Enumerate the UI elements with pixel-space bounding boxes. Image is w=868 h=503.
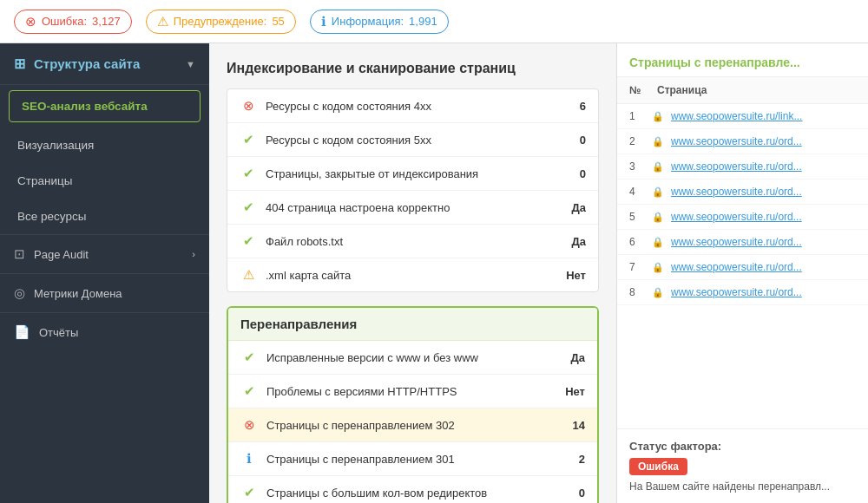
lock-icon-3: 🔒 — [652, 186, 664, 198]
section-title: Индексирование и сканирование страниц — [227, 61, 599, 76]
rp-url-1[interactable]: www.seopowersuite.ru/ord... — [671, 135, 856, 147]
rp-row-1[interactable]: 2 🔒 www.seopowersuite.ru/ord... — [617, 129, 868, 154]
redirect-label-0: Исправленные версии с www и без www — [266, 351, 562, 364]
lock-icon-7: 🔒 — [652, 287, 664, 298]
redirect-row-1: ✔ Проблемы с версиями HTTP/HTTPS Нет — [228, 375, 597, 408]
sidebar-section-domain-metrics[interactable]: ◎ Метрики Домена — [0, 273, 209, 312]
rp-url-4[interactable]: www.seopowersuite.ru/ord... — [671, 211, 856, 223]
audit-row-3: ✔ 404 страница настроена корректно Да — [227, 191, 598, 225]
rp-num-3: 4 — [629, 186, 645, 198]
rp-row-2[interactable]: 3 🔒 www.seopowersuite.ru/ord... — [617, 154, 868, 180]
redirect-row-0: ✔ Исправленные версии с www и без www Да — [228, 341, 597, 375]
ok-circle-icon-4: ✔ — [240, 233, 257, 249]
info-icon: ℹ — [321, 14, 326, 29]
audit-value-1: 0 — [580, 134, 586, 147]
redirects-title: Перенаправления — [228, 308, 597, 341]
rp-row-0[interactable]: 1 🔒 www.seopowersuite.ru/link... — [617, 104, 868, 129]
audit-label-2: Страницы, закрытые от индексирования — [266, 167, 571, 180]
error-badge: ⊗ Ошибка: 3,127 — [14, 10, 132, 34]
sidebar-allres-label: Все ресурсы — [17, 210, 86, 223]
rp-row-5[interactable]: 6 🔒 www.seopowersuite.ru/ord... — [617, 230, 868, 255]
chevron-right-icon: › — [192, 249, 195, 259]
rp-num-4: 5 — [629, 211, 645, 223]
sidebar-page-audit-label: Page Audit — [34, 248, 89, 261]
redirect-label-1: Проблемы с версиями HTTP/HTTPS — [266, 385, 556, 398]
right-panel-title: Страницы с перенаправле... — [617, 43, 868, 77]
audit-row-4: ✔ Файл robots.txt Да — [227, 225, 598, 258]
ok-icon-r0: ✔ — [240, 349, 258, 365]
redirect-value-2: 14 — [573, 419, 585, 432]
rp-num-1: 2 — [629, 135, 645, 147]
redirect-value-0: Да — [571, 351, 586, 364]
rp-url-7[interactable]: www.seopowersuite.ru/ord... — [671, 286, 856, 298]
audit-label-3: 404 страница настроена корректно — [266, 201, 563, 214]
audit-row-0: ⊗ Ресурсы с кодом состояния 4xx 6 — [227, 89, 598, 123]
redirect-value-3: 2 — [579, 453, 585, 466]
status-text: На Вашем сайте найдены перенаправл... — [629, 480, 856, 493]
audit-row-2: ✔ Страницы, закрытые от индексирования 0 — [227, 157, 598, 191]
lock-icon-2: 🔒 — [652, 161, 664, 173]
rp-num-2: 3 — [629, 160, 645, 173]
ok-icon-r4: ✔ — [240, 485, 258, 500]
sidebar-pages-label: Страницы — [17, 174, 72, 187]
audit-row-5: ⚠ .xml карта сайта Нет — [227, 258, 598, 291]
lock-icon-6: 🔒 — [652, 262, 664, 273]
redirect-label-2: Страницы с перенаправлением 302 — [266, 419, 564, 432]
status-badge: Ошибка — [629, 458, 687, 475]
rp-url-6[interactable]: www.seopowersuite.ru/ord... — [671, 261, 856, 273]
redirect-row-3: ℹ Страницы с перенаправлением 301 2 — [228, 442, 597, 476]
lock-icon-4: 🔒 — [652, 212, 664, 223]
sidebar-section-page-audit[interactable]: ⊡ Page Audit › — [0, 234, 209, 273]
sidebar-active-label: SEO-анализ вебсайта — [22, 100, 148, 113]
sidebar-item-all-resources[interactable]: Все ресурсы — [0, 199, 209, 234]
error-label: Ошибка: — [42, 15, 87, 28]
warning-triangle-icon: ⚠ — [240, 267, 257, 283]
col-num: № — [629, 84, 650, 96]
rp-rows-container: 1 🔒 www.seopowersuite.ru/link... 2 🔒 www… — [617, 104, 868, 305]
rp-url-3[interactable]: www.seopowersuite.ru/ord... — [671, 186, 856, 198]
ok-circle-icon-2: ✔ — [240, 166, 257, 181]
rp-url-0[interactable]: www.seopowersuite.ru/link... — [671, 110, 856, 122]
right-panel: Страницы с перенаправле... № Страница 1 … — [616, 43, 868, 503]
topbar: ⊗ Ошибка: 3,127 ⚠ Предупреждение: 55 ℹ И… — [0, 0, 868, 43]
rp-table-header: № Страница — [617, 77, 868, 104]
redirect-label-4: Страницы с большим кол-вом редиректов — [266, 487, 570, 500]
info-count: 1,991 — [409, 15, 437, 28]
audit-label-5: .xml карта сайта — [266, 269, 557, 282]
sidebar-item-pages[interactable]: Страницы — [0, 163, 209, 199]
rp-row-7[interactable]: 8 🔒 www.seopowersuite.ru/ord... — [617, 280, 868, 305]
warning-label: Предупреждение: — [174, 15, 267, 28]
redirect-label-3: Страницы с перенаправлением 301 — [266, 453, 570, 466]
audit-value-4: Да — [572, 235, 587, 248]
audit-label-1: Ресурсы с кодом состояния 5xx — [266, 134, 571, 147]
rp-row-4[interactable]: 5 🔒 www.seopowersuite.ru/ord... — [617, 205, 868, 230]
audit-label-0: Ресурсы с кодом состояния 4xx — [266, 100, 571, 113]
rp-row-3[interactable]: 4 🔒 www.seopowersuite.ru/ord... — [617, 180, 868, 205]
error-icon-r2: ⊗ — [240, 417, 258, 433]
sidebar-header[interactable]: ⊞ Структура сайта ▼ — [0, 43, 209, 85]
ok-circle-icon-3: ✔ — [240, 199, 257, 215]
ok-icon-r1: ✔ — [240, 383, 258, 399]
sidebar-item-seo-analysis[interactable]: SEO-анализ вебсайта — [9, 90, 201, 122]
rp-url-5[interactable]: www.seopowersuite.ru/ord... — [671, 236, 856, 248]
lock-icon-1: 🔒 — [652, 136, 664, 147]
info-label: Информация: — [332, 15, 404, 28]
warning-badge: ⚠ Предупреждение: 55 — [146, 10, 296, 34]
audit-value-0: 6 — [580, 100, 586, 113]
lock-icon-0: 🔒 — [652, 111, 664, 122]
page-audit-icon: ⊡ — [14, 246, 25, 262]
sidebar-visualization-label: Визуализация — [17, 139, 94, 152]
rp-url-2[interactable]: www.seopowersuite.ru/ord... — [671, 160, 856, 173]
audit-value-5: Нет — [566, 269, 586, 282]
rp-row-6[interactable]: 7 🔒 www.seopowersuite.ru/ord... — [617, 255, 868, 280]
audit-row-1: ✔ Ресурсы с кодом состояния 5xx 0 — [227, 123, 598, 157]
sidebar: ⊞ Структура сайта ▼ SEO-анализ вебсайта … — [0, 43, 209, 503]
metrics-icon: ◎ — [14, 285, 25, 301]
lock-icon-5: 🔒 — [652, 237, 664, 248]
redirect-value-1: Нет — [565, 385, 585, 398]
audit-label-4: Файл robots.txt — [266, 235, 563, 248]
warning-count: 55 — [272, 15, 284, 28]
sidebar-item-visualization[interactable]: Визуализация — [0, 127, 209, 163]
sidebar-section-reports[interactable]: 📄 Отчёты — [0, 312, 209, 351]
col-page: Страница — [657, 84, 707, 96]
